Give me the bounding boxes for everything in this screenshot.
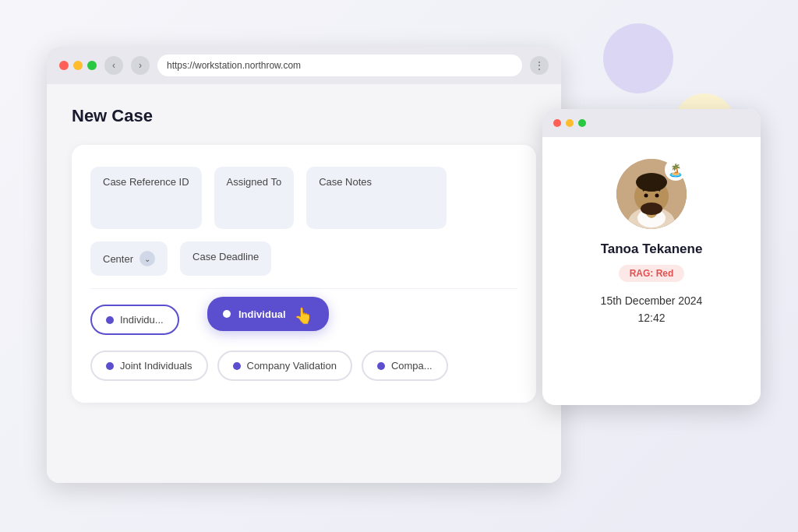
rag-status-badge: RAG: Red <box>619 265 685 282</box>
svg-point-6 <box>641 203 662 215</box>
more-category-label: Compa... <box>391 360 433 372</box>
tooltip-label: Individual <box>238 308 286 320</box>
profile-chrome <box>542 109 761 137</box>
more-category-btn[interactable]: Compa... <box>362 351 448 381</box>
company-validation-label: Company Validation <box>247 360 337 372</box>
type-btn-individual[interactable]: Individu... <box>90 305 179 335</box>
svg-point-8 <box>655 194 659 198</box>
profile-content: 🏝️ Tanoa Tekanene RAG: Red 15th December… <box>542 137 761 340</box>
category-row: Joint Individuals Company Validation Com… <box>90 351 517 381</box>
profile-card-window: 🏝️ Tanoa Tekanene RAG: Red 15th December… <box>542 109 761 405</box>
profile-maximize-green[interactable] <box>578 119 586 127</box>
svg-point-7 <box>644 194 648 198</box>
form-row-2: Center ⌄ Case Deadline <box>90 241 517 276</box>
url-bar[interactable]: https://workstation.northrow.com <box>157 55 522 76</box>
profile-minimize-yellow[interactable] <box>566 119 574 127</box>
type-dot-icon <box>106 316 114 324</box>
avatar-wrapper: 🏝️ <box>616 159 687 229</box>
profile-close-red[interactable] <box>553 119 561 127</box>
deco-circle-purple <box>603 23 673 93</box>
url-text: https://workstation.northrow.com <box>167 60 301 71</box>
avatar-flag-icon: 🏝️ <box>665 159 687 181</box>
more-dot-icon <box>377 362 385 370</box>
company-validation-btn[interactable]: Company Validation <box>217 351 352 381</box>
browser-content: New Case Case Reference ID Assigned To C… <box>47 84 561 483</box>
joint-dot-icon <box>106 362 114 370</box>
chevron-down-icon: ⌄ <box>139 251 155 266</box>
individual-tooltip-popup: Individual 👆 <box>207 297 329 331</box>
joint-individuals-label: Joint Individuals <box>120 360 192 372</box>
new-case-form: Case Reference ID Assigned To Case Notes… <box>72 145 536 403</box>
maximize-button-green[interactable] <box>87 61 97 70</box>
flag-emoji: 🏝️ <box>668 163 683 178</box>
company-dot-icon <box>233 362 241 370</box>
traffic-lights <box>59 61 97 70</box>
center-dropdown[interactable]: Center ⌄ <box>90 241 168 276</box>
svg-point-5 <box>636 173 667 192</box>
tooltip-dot-icon <box>223 310 231 318</box>
profile-date: 15th December 2024 <box>601 294 703 307</box>
minimize-button-yellow[interactable] <box>73 61 83 70</box>
cursor-hand-icon: 👆 <box>294 306 313 325</box>
center-label: Center <box>103 253 133 265</box>
close-button-red[interactable] <box>59 61 69 70</box>
type-selection-row: Individu... Individual 👆 <box>90 305 517 335</box>
form-divider <box>90 288 517 289</box>
case-notes-field[interactable]: Case Notes <box>306 167 447 229</box>
assigned-to-field[interactable]: Assigned To <box>214 167 295 229</box>
type-btn-label: Individu... <box>120 314 164 326</box>
case-reference-id-field[interactable]: Case Reference ID <box>90 167 202 229</box>
forward-button[interactable]: › <box>131 56 150 75</box>
browser-chrome: ‹ › https://workstation.northrow.com ⋮ <box>47 47 561 84</box>
more-options-button[interactable]: ⋮ <box>530 56 549 75</box>
profile-time: 12:42 <box>637 312 665 324</box>
page-title: New Case <box>72 106 536 126</box>
joint-individuals-btn[interactable]: Joint Individuals <box>90 351 208 381</box>
case-deadline-field[interactable]: Case Deadline <box>180 241 271 276</box>
profile-name: Tanoa Tekanene <box>601 241 703 257</box>
main-browser-window: ‹ › https://workstation.northrow.com ⋮ N… <box>47 47 561 483</box>
form-row-1: Case Reference ID Assigned To Case Notes <box>90 167 517 229</box>
back-button[interactable]: ‹ <box>104 56 123 75</box>
